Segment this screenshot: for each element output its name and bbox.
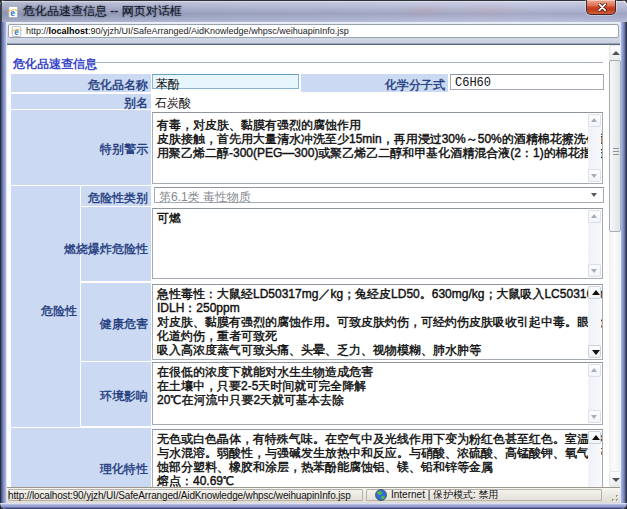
- svg-text:e: e: [10, 7, 15, 18]
- svg-text:e: e: [14, 26, 19, 37]
